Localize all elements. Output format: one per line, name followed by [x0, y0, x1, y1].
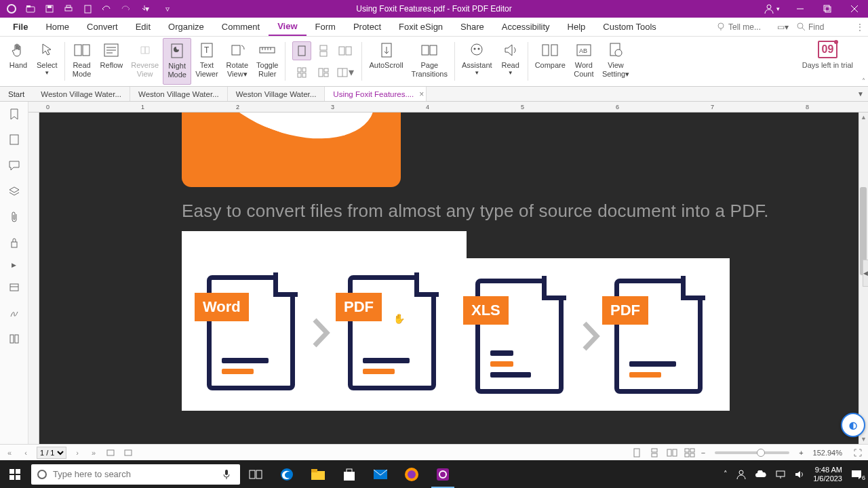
split-view-button[interactable]: ▾ [336, 63, 355, 82]
compare-button[interactable]: Compare [531, 38, 570, 85]
start-button[interactable] [0, 460, 30, 488]
menu-view[interactable]: View [269, 18, 306, 36]
prev-page-button[interactable]: ‹ [20, 449, 31, 457]
read-aloud-button[interactable]: Read▼ [496, 38, 525, 85]
find-box[interactable] [797, 22, 849, 32]
signatures-icon[interactable] [7, 306, 21, 320]
zoom-in-button[interactable]: + [799, 449, 803, 457]
single-page-view-button[interactable] [631, 447, 643, 459]
touch-mode-icon[interactable]: ▾ [140, 4, 149, 14]
rotate-view-button[interactable]: RotateView▾ [222, 38, 252, 85]
assistant-bubble[interactable]: ◐ [841, 413, 865, 437]
menu-protect[interactable]: Protect [344, 18, 390, 36]
bookmarks-icon[interactable] [7, 107, 21, 121]
attachments-icon[interactable] [7, 210, 21, 224]
prev-view-button[interactable] [104, 447, 117, 459]
network-icon[interactable] [775, 470, 786, 479]
onedrive-icon[interactable] [755, 470, 767, 479]
view-switcher-icon[interactable]: ▭▾ [777, 22, 789, 32]
close-button[interactable] [841, 0, 868, 18]
articles-icon[interactable] [7, 332, 21, 346]
document-tab[interactable]: Weston Village Water... [228, 87, 326, 101]
security-icon[interactable] [7, 236, 21, 249]
taskbar-clock[interactable]: 9:48 AM 1/6/2023 [813, 466, 842, 482]
undo-icon[interactable] [102, 4, 111, 14]
menu-form[interactable]: Form [307, 18, 344, 36]
menu-edit[interactable]: Edit [127, 18, 159, 36]
next-view-button[interactable] [122, 447, 134, 459]
page-number-select[interactable]: 1 / 1 [37, 447, 66, 459]
tray-overflow-icon[interactable]: ˄ [724, 470, 728, 479]
menu-share[interactable]: Share [452, 18, 493, 36]
page-transitions-button[interactable]: PageTransitions [408, 38, 452, 85]
fullscreen-button[interactable] [852, 447, 864, 459]
tell-me-input[interactable] [728, 22, 769, 32]
new-doc-icon[interactable] [83, 4, 92, 14]
start-tab[interactable]: Start [0, 90, 33, 98]
autoscroll-button[interactable]: AutoScroll [365, 38, 407, 85]
maximize-button[interactable] [814, 0, 841, 18]
menu-custom-tools[interactable]: Custom Tools [594, 18, 665, 36]
continuous-facing-button[interactable] [292, 63, 311, 82]
document-tab[interactable]: Using Foxit Features....× [325, 87, 427, 101]
facing-page-button[interactable] [336, 41, 355, 60]
zoom-knob[interactable] [757, 449, 765, 457]
continuous-page-button[interactable] [314, 41, 333, 60]
mic-icon[interactable] [222, 469, 235, 480]
next-page-button[interactable]: › [72, 449, 83, 457]
menu-convert[interactable]: Convert [78, 18, 127, 36]
reflow-button[interactable]: Reflow [96, 38, 127, 85]
read-mode-button[interactable]: ReadMode [68, 38, 96, 85]
ribbon-collapse-button[interactable]: ˄ [862, 77, 865, 85]
comments-icon[interactable] [7, 159, 21, 172]
taskbar-app-foxit[interactable] [427, 460, 458, 488]
notifications-icon[interactable]: 6 [850, 469, 863, 480]
open-icon[interactable] [26, 4, 35, 14]
fields-icon[interactable] [7, 281, 21, 294]
zoom-out-button[interactable]: − [701, 449, 705, 457]
menu-organize[interactable]: Organize [159, 18, 213, 36]
menu-comment[interactable]: Comment [213, 18, 269, 36]
menu-accessibility[interactable]: Accessibility [493, 18, 559, 36]
close-tab-icon[interactable]: × [419, 89, 424, 99]
pane-expander[interactable]: ▶ [12, 262, 16, 268]
hand-tool-button[interactable]: Hand [4, 38, 33, 85]
reverse-view-button[interactable]: ReverseView [127, 38, 163, 85]
save-icon[interactable] [45, 4, 54, 14]
qat-more-icon[interactable]: ▿ [163, 4, 172, 14]
taskbar-app-edge[interactable] [271, 460, 302, 488]
find-input[interactable] [808, 22, 849, 32]
menu-help[interactable]: Help [559, 18, 595, 36]
tell-me-search[interactable] [717, 22, 769, 32]
menu-esign[interactable]: Foxit eSign [390, 18, 452, 36]
taskbar-search-input[interactable] [53, 469, 217, 479]
volume-icon[interactable] [794, 470, 805, 479]
document-viewport[interactable]: Easy to convert files from almost any ty… [39, 113, 868, 444]
continuous-view-button[interactable] [648, 447, 660, 459]
word-count-button[interactable]: ABWordCount [570, 38, 598, 85]
minimize-button[interactable] [787, 0, 814, 18]
redo-icon[interactable] [121, 4, 130, 14]
taskbar-app-explorer[interactable] [302, 460, 334, 488]
first-page-button[interactable]: « [4, 449, 15, 457]
continuous-facing-view-button[interactable] [684, 447, 696, 459]
right-pane-handle[interactable]: ◀ [863, 260, 868, 287]
last-page-button[interactable]: » [88, 449, 99, 457]
document-tab[interactable]: Weston Village Water... [33, 87, 130, 101]
select-tool-button[interactable]: Select▼ [33, 38, 62, 85]
trial-indicator[interactable]: 09 Days left in trial [802, 41, 853, 69]
menu-overflow-icon[interactable]: ⋮ [856, 22, 864, 32]
document-tab[interactable]: Weston Village Water... [130, 87, 228, 101]
tab-overflow-button[interactable]: ▼ [857, 90, 864, 98]
assistant-button[interactable]: Assistant▼ [458, 38, 496, 85]
zoom-level[interactable]: 152.94% [813, 449, 842, 457]
cover-page-button[interactable] [314, 63, 333, 82]
task-view-button[interactable] [240, 460, 271, 488]
zoom-slider[interactable] [715, 451, 789, 454]
people-icon[interactable] [736, 469, 747, 480]
text-viewer-button[interactable]: TTextViewer [191, 38, 222, 85]
toggle-ruler-button[interactable]: ToggleRuler [252, 38, 282, 85]
layers-icon[interactable] [7, 184, 21, 198]
print-icon[interactable] [64, 4, 73, 14]
taskbar-search[interactable] [31, 464, 240, 485]
